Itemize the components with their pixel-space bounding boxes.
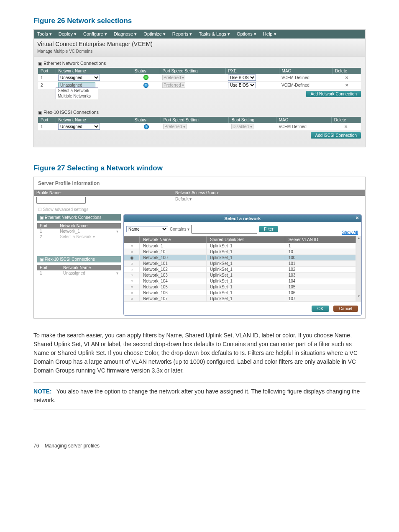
- radio-icon[interactable]: ○: [124, 278, 140, 284]
- network-access-group-select[interactable]: Default ▾: [173, 196, 194, 205]
- select-network-dialog: Select a network ✕ Name Contains ▾ Filte…: [123, 214, 362, 316]
- table-row[interactable]: ○Network_10UplinkSet_110: [124, 249, 356, 255]
- ethernet-section-title: ▣ Ethernet Network Connections: [37, 214, 121, 221]
- profile-header-bar: Profile Name: Network Access Group:: [34, 190, 365, 196]
- radio-icon[interactable]: ○: [124, 249, 140, 255]
- status-info-icon: ?: [143, 83, 148, 88]
- note-block: NOTE: You also have the option to change…: [33, 383, 366, 409]
- dialog-title: Select a network ✕: [124, 215, 361, 222]
- radio-icon[interactable]: ◉: [124, 255, 140, 261]
- table-row: 1Unassigned ▾: [37, 270, 121, 276]
- delete-icon[interactable]: ✕: [344, 124, 348, 129]
- boot-setting-select[interactable]: Disabled ▾: [231, 124, 253, 129]
- table-row: 2Select a Network ▾: [37, 234, 121, 239]
- table-row[interactable]: ○Network_107UplinkSet_1107: [124, 296, 356, 302]
- server-profile-info-title: Server Profile Information: [34, 177, 365, 190]
- menu-item[interactable]: Deploy ▾: [55, 31, 80, 38]
- radio-icon[interactable]: ○: [124, 296, 140, 302]
- filter-field-select[interactable]: Name: [126, 226, 168, 232]
- show-all-link[interactable]: Show All: [342, 230, 358, 235]
- menu-item[interactable]: Reports ▾: [169, 31, 196, 38]
- radio-icon[interactable]: ○: [124, 267, 140, 272]
- menu-item[interactable]: Optimize ▾: [140, 31, 169, 38]
- network-dropdown-menu[interactable]: Select a Network Multiple Networks: [56, 87, 98, 99]
- status-ok-icon: [143, 75, 148, 80]
- table-row[interactable]: ○Network_101UplinkSet_1101: [124, 261, 356, 267]
- menu-item[interactable]: Configure ▾: [80, 31, 110, 38]
- radio-icon[interactable]: ○: [124, 261, 140, 267]
- port-speed-select[interactable]: Preferred ▾: [162, 75, 185, 80]
- close-icon[interactable]: ✕: [356, 216, 359, 220]
- port-speed-select[interactable]: Preferred ▾: [162, 82, 185, 88]
- filter-value-input[interactable]: [191, 225, 257, 234]
- app-title: Virtual Connect Enterprise Manager (VCEM…: [37, 41, 153, 47]
- show-advanced-settings-checkbox[interactable]: ☐ Show advanced settings: [34, 205, 365, 214]
- menu-bar: Tools ▾Deploy ▾Configure ▾Diagnose ▾Opti…: [34, 30, 365, 39]
- menu-item[interactable]: Tasks & Logs ▾: [195, 31, 233, 38]
- note-label: NOTE:: [33, 388, 52, 395]
- radio-icon[interactable]: ○: [124, 284, 140, 290]
- table-row[interactable]: ○Network_102UplinkSet_1102: [124, 267, 356, 272]
- pxe-select[interactable]: Use BIOS: [228, 75, 256, 81]
- profile-name-input[interactable]: [36, 197, 86, 204]
- body-paragraph: To make the search easier, you can apply…: [33, 331, 366, 375]
- network-name-select[interactable]: Unassigned: [58, 75, 100, 81]
- delete-icon[interactable]: ✕: [345, 75, 348, 80]
- networks-table: Network NameShared Uplink SetServer VLAN…: [124, 236, 356, 302]
- menu-item[interactable]: Options ▾: [233, 31, 260, 38]
- iscsi-section-title: ▣ Flex-10 iSCSI Connections: [37, 256, 121, 262]
- table-row[interactable]: ◉Network_100UplinkSet_1100: [124, 255, 356, 261]
- port-speed-select[interactable]: Preferred ▾: [163, 124, 186, 129]
- table-row: 1 Unassigned Preferred ▾ Use BIOS VCEM-D…: [38, 74, 361, 82]
- figure-26-title: Figure 26 Network selections: [33, 17, 366, 25]
- cancel-button[interactable]: Cancel: [333, 306, 358, 312]
- select-network-dropdown[interactable]: Select a Network ▾: [60, 234, 95, 239]
- menu-item[interactable]: Diagnose ▾: [110, 31, 141, 38]
- filter-operator-select[interactable]: Contains ▾: [170, 227, 189, 231]
- table-row[interactable]: ○Network_105UplinkSet_1105: [124, 284, 356, 290]
- ethernet-section-title: ▣ Ethernet Network Connections: [38, 61, 361, 66]
- add-network-connection-button[interactable]: Add Network Connection: [306, 91, 361, 97]
- app-header: Virtual Connect Enterprise Manager (VCEM…: [34, 39, 365, 57]
- app-subtitle: Manage Multiple VC Domains: [37, 49, 92, 54]
- table-row: 2 Unassigned Select a Network Multiple N…: [38, 82, 361, 89]
- ethernet-connections-table: PortNetwork NameStatusPort Speed Setting…: [38, 68, 361, 89]
- note-text: You also have the option to change the n…: [33, 388, 360, 403]
- menu-item[interactable]: Help ▾: [260, 31, 280, 38]
- table-row: 1 Unassigned ? Preferred ▾ Disabled ▾ VC…: [38, 123, 361, 131]
- scrollbar[interactable]: ▴ ▾: [356, 236, 361, 302]
- iscsi-connections-table: PortNetwork NameStatusPort Speed Setting…: [38, 117, 361, 131]
- table-row: 1Network_1 ▾: [37, 229, 121, 234]
- table-row[interactable]: ○Network_104UplinkSet_1104: [124, 278, 356, 284]
- ok-button[interactable]: OK: [312, 306, 329, 312]
- iscsi-ports-table: PortNetwork Name 1Unassigned ▾: [37, 265, 121, 276]
- add-iscsi-connection-button[interactable]: Add iSCSI Connection: [311, 132, 361, 139]
- radio-icon[interactable]: ○: [124, 290, 140, 296]
- figure-27-screenshot: Server Profile Information Profile Name:…: [33, 177, 366, 319]
- table-row[interactable]: ○Network_106UplinkSet_1106: [124, 290, 356, 296]
- figure-27-title: Figure 27 Selecting a Network window: [33, 164, 366, 172]
- radio-icon[interactable]: ○: [124, 272, 140, 278]
- status-info-icon: ?: [144, 124, 149, 129]
- pxe-select[interactable]: Use BIOS: [228, 82, 256, 88]
- radio-icon[interactable]: ○: [124, 243, 140, 249]
- delete-icon[interactable]: ✕: [345, 83, 348, 87]
- filter-button[interactable]: Filter: [259, 226, 278, 232]
- figure-26-screenshot: Tools ▾Deploy ▾Configure ▾Diagnose ▾Opti…: [33, 29, 366, 147]
- table-row[interactable]: ○Network_103UplinkSet_1103: [124, 272, 356, 278]
- page-footer: 76 Managing server profiles: [33, 443, 366, 449]
- ethernet-ports-table: PortNetwork Name 1Network_1 ▾ 2Select a …: [37, 223, 121, 239]
- menu-item[interactable]: Tools ▾: [34, 31, 55, 38]
- iscsi-section-title: ▣ Flex-10 iSCSI Connections: [38, 110, 361, 115]
- table-row[interactable]: ○Network_1UplinkSet_11: [124, 243, 356, 249]
- network-name-select[interactable]: Unassigned: [58, 123, 100, 130]
